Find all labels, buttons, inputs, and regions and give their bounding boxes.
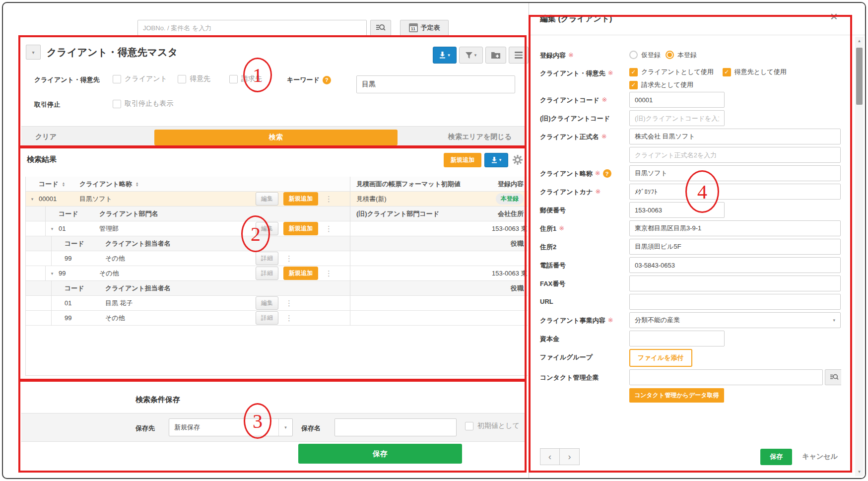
save-conditions-button[interactable]: 保存 [298, 444, 462, 464]
close-icon[interactable]: × [830, 10, 838, 23]
field-input[interactable] [629, 369, 823, 385]
column-header-name[interactable]: クライアント略称▲▼ [79, 180, 256, 189]
table-header-row: コード▲▼ クライアント略称▲▼ 見積画面の帳票フォーマット初期値 登録内容 [26, 177, 528, 192]
filter-button[interactable]: ▾ [459, 47, 483, 64]
expand-caret-icon[interactable]: ▾ [46, 271, 59, 276]
row-format-value [350, 221, 492, 236]
row-add-new-button[interactable]: 新規追加 [283, 267, 318, 280]
field-select[interactable]: 分類不能の産業▾ [629, 312, 841, 328]
field-label-text: クライアントコード [540, 96, 599, 105]
kebab-menu-icon[interactable]: ⋮ [283, 254, 295, 263]
field-label: コンタクト管理企業 [540, 369, 629, 385]
keyword-input[interactable] [356, 75, 515, 93]
row-action-button[interactable]: 詳細 [256, 267, 278, 280]
save-name-input[interactable] [334, 418, 457, 436]
get-contact-data-button[interactable]: コンタクト管理からデータ取得 [629, 388, 724, 403]
checkbox-billing[interactable]: 請求先 [229, 74, 262, 83]
field-input[interactable] [629, 275, 841, 291]
attach-file-button[interactable]: ファイルを添付 [629, 349, 692, 367]
field-input[interactable] [629, 110, 725, 126]
field-input[interactable] [629, 331, 725, 346]
checkbox-option[interactable]: ✓得意先として使用 [723, 68, 787, 76]
field-label: 住所1※ [540, 220, 629, 236]
field-input[interactable] [629, 129, 841, 144]
add-new-button[interactable]: 新規追加 [444, 153, 481, 167]
table-subheader-row: コードクライアント担当者名役職 [26, 281, 528, 296]
subheader-name-label: クライアント部門名 [99, 209, 256, 218]
field-input[interactable] [629, 239, 841, 255]
field-input[interactable] [629, 257, 841, 273]
expand-caret-icon[interactable]: ▾ [26, 197, 39, 202]
field-input[interactable] [629, 220, 841, 236]
kebab-menu-icon[interactable]: ⋮ [283, 299, 295, 308]
field-label-text: 登録内容 [540, 51, 566, 60]
help-icon[interactable]: ? [323, 76, 331, 84]
checkbox-customer[interactable]: 得意先 [178, 74, 210, 83]
field-input[interactable] [629, 147, 841, 163]
field-input[interactable] [629, 294, 841, 310]
collapse-section-button[interactable]: ▾ [26, 45, 41, 60]
add-folder-button[interactable] [485, 47, 506, 64]
expand-caret-icon[interactable]: ▾ [46, 226, 59, 231]
help-icon[interactable]: ? [603, 169, 611, 178]
checkbox-show-suspended[interactable]: 取引停止も表示 [113, 99, 173, 108]
row-action-button[interactable]: 詳細 [256, 311, 278, 325]
row-action-button[interactable]: 詳細 [256, 252, 278, 265]
gear-icon[interactable] [512, 154, 523, 165]
field-label-text: クライアント・得意先 [540, 69, 605, 78]
results-download-button[interactable]: ▾ [484, 153, 508, 167]
checkbox-client[interactable]: クライアント [113, 74, 167, 83]
prev-record-button[interactable]: ‹ [540, 448, 560, 465]
edit-panel-title: 編集 (クライアント) [540, 14, 612, 24]
cancel-link[interactable]: キャンセル [802, 452, 838, 461]
clear-link[interactable]: クリア [35, 133, 57, 141]
radio-option[interactable]: 本登録 [666, 51, 697, 60]
checkbox-save-as-default[interactable]: 初期値として [465, 421, 520, 430]
row-action-button[interactable]: 編集 [256, 222, 278, 235]
sort-icon: ▲▼ [62, 182, 66, 187]
kebab-menu-icon[interactable]: ⋮ [323, 269, 334, 278]
edit-field-row: クライアント略称※? [540, 165, 841, 181]
radio-option[interactable]: 仮登録 [629, 51, 661, 60]
field-label-text: 資本金 [540, 335, 559, 344]
checkbox-option[interactable]: ✓請求先として使用 [629, 80, 693, 89]
kebab-menu-icon[interactable]: ⋮ [323, 195, 334, 204]
field-label-text: クライアント略称 [540, 169, 593, 178]
scroll-down-icon[interactable]: ▼ [855, 468, 864, 476]
field-control [629, 239, 841, 255]
edit-field-row: コンタクト管理からデータ取得 [540, 388, 841, 403]
field-input[interactable] [629, 184, 841, 200]
select-value: 分類不能の産業 [630, 316, 828, 325]
field-search-button[interactable] [825, 369, 841, 385]
field-input[interactable] [629, 92, 725, 108]
kebab-menu-icon[interactable]: ⋮ [283, 314, 295, 323]
row-action-button[interactable]: 編集 [256, 192, 278, 206]
menu-button[interactable] [509, 47, 529, 64]
scroll-up-icon[interactable]: ▲ [855, 37, 864, 45]
checkbox-option[interactable]: ✓クライアントとして使用 [629, 68, 714, 76]
download-button[interactable]: ▾ [433, 47, 457, 64]
row-add-new-button[interactable]: 新規追加 [283, 192, 318, 206]
next-record-button[interactable]: › [560, 448, 580, 465]
row-name: その他 [99, 269, 256, 278]
search-button[interactable]: 検索 [154, 130, 398, 145]
table-row: ▾00001目黒ソフト編集新規追加⋮見積書(新)本登録 [26, 192, 528, 206]
close-search-area-link[interactable]: 検索エリアを閉じる [448, 133, 512, 141]
download-icon [439, 52, 446, 59]
save-destination-select[interactable]: 新規保存 ▾ [169, 418, 293, 436]
job-search-button[interactable] [370, 20, 391, 36]
save-button[interactable]: 保存 [760, 449, 792, 465]
kebab-menu-icon[interactable]: ⋮ [323, 224, 334, 233]
scrollbar-thumb[interactable] [856, 48, 863, 105]
field-control: ファイルを添付 [629, 349, 841, 367]
column-header-code[interactable]: コード▲▼ [39, 180, 79, 189]
field-input[interactable] [629, 165, 841, 181]
job-search-input[interactable] [137, 20, 367, 36]
row-code: 99 [65, 314, 105, 322]
page-frame: 11 予定表 ▾ クライアント・得意先マスタ ▾ ▾ クライアント・得意先 クラ… [2, 2, 866, 479]
field-input[interactable] [629, 202, 725, 218]
row-action-button[interactable]: 編集 [256, 296, 278, 310]
scrollbar[interactable]: ▲ ▼ [855, 37, 864, 476]
schedule-button[interactable]: 11 予定表 [400, 20, 449, 36]
row-add-new-button[interactable]: 新規追加 [283, 222, 318, 235]
